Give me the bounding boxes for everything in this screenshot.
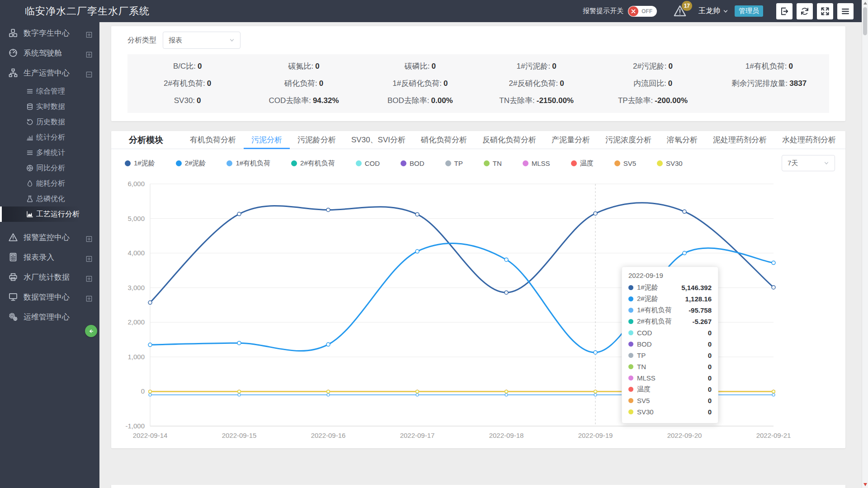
analysis-line-chart[interactable]: -1,00001,0002,0003,0004,0005,0006,000202… xyxy=(118,174,842,446)
legend-item[interactable]: SV30 xyxy=(657,160,683,167)
sidebar-item-label: 水厂统计数据 xyxy=(24,272,70,282)
legend-item[interactable]: COD xyxy=(356,160,380,167)
legend-dot-icon xyxy=(657,160,663,166)
module-tab[interactable]: 硝化负荷分析 xyxy=(413,131,475,149)
module-tab[interactable]: 溶氧分析 xyxy=(659,131,705,149)
expand-plus-icon[interactable] xyxy=(86,50,92,56)
stat-label: BOD去除率: xyxy=(387,96,429,105)
header-right: 报警提示开关 OFF 17 王龙帅 管理员 xyxy=(583,3,862,19)
sidebar-item-label: 数据管理中心 xyxy=(24,292,70,302)
legend-item[interactable]: MLSS xyxy=(523,160,550,167)
username: 王龙帅 xyxy=(698,6,720,16)
tooltip-series-name: 1#有机负荷 xyxy=(637,306,672,314)
sidebar-subitem[interactable]: 综合管理 xyxy=(0,84,99,99)
sidebar-item-label: 数字孪生中心 xyxy=(24,28,70,38)
tooltip-row: TN0 xyxy=(628,361,712,372)
module-tab[interactable]: 产泥量分析 xyxy=(544,131,598,149)
stat-label: 1#反硝化负荷: xyxy=(392,79,442,88)
module-tab[interactable]: 污泥龄分析 xyxy=(290,131,344,149)
legend-label: 1#有机负荷 xyxy=(236,159,270,168)
legend-item[interactable]: TN xyxy=(484,160,502,167)
sidebar-item[interactable]: 数据管理中心 xyxy=(0,287,99,307)
stat-item: 2#污泥龄:0 xyxy=(594,58,711,75)
expand-plus-icon[interactable] xyxy=(86,274,92,280)
svg-text:0: 0 xyxy=(141,387,145,395)
legend-item[interactable]: 2#有机负荷 xyxy=(291,159,335,168)
module-tab[interactable]: 泥处理药剂分析 xyxy=(705,131,774,149)
legend-dot-icon xyxy=(523,160,528,166)
scrollbar-thumb[interactable] xyxy=(863,7,867,35)
sidebar-item[interactable]: 数字孪生中心 xyxy=(0,23,99,43)
sidebar-subitem[interactable]: 历史数据 xyxy=(0,114,99,130)
svg-text:2022-09-14: 2022-09-14 xyxy=(133,432,168,439)
legend-item[interactable]: SV5 xyxy=(614,160,636,167)
refresh-button[interactable] xyxy=(797,3,813,19)
tooltip-dot-icon xyxy=(628,353,633,358)
sidebar-subitem[interactable]: 统计分析 xyxy=(0,130,99,145)
sidebar-item[interactable]: 运维管理中心 xyxy=(0,307,99,327)
sidebar-item[interactable]: 水厂统计数据 xyxy=(0,267,99,287)
next-card-edge xyxy=(111,485,845,488)
legend-item[interactable]: 1#泥龄 xyxy=(125,159,155,168)
tooltip-series-name: BOD xyxy=(637,340,652,348)
chart-area[interactable]: -1,00001,0002,0003,0004,0005,0006,000202… xyxy=(118,174,845,446)
module-tab[interactable]: SV30、SVI分析 xyxy=(344,131,413,149)
time-range-value: 7天 xyxy=(788,159,798,168)
svg-text:2,000: 2,000 xyxy=(127,318,145,326)
legend-item[interactable]: BOD xyxy=(401,160,425,167)
tooltip-series-value: -95.758 xyxy=(689,306,712,314)
time-range-select[interactable]: 7天 xyxy=(782,155,835,171)
stat-label: 1#污泥龄: xyxy=(517,62,551,70)
legend-dot-icon xyxy=(571,160,577,166)
expand-plus-icon[interactable] xyxy=(86,254,92,260)
stat-item: BOD去除率:0.00% xyxy=(362,92,478,109)
sidebar-subitem[interactable]: 能耗分析 xyxy=(0,176,99,191)
stat-item: 碳氮比:0 xyxy=(245,58,362,75)
page-scrollbar[interactable] xyxy=(862,0,868,488)
module-tab-active[interactable]: 污泥分析 xyxy=(244,131,290,149)
fullscreen-button[interactable] xyxy=(817,3,833,19)
logout-button[interactable] xyxy=(776,3,793,19)
legend-item[interactable]: TP xyxy=(445,160,463,167)
module-tab[interactable]: 反硝化负荷分析 xyxy=(475,131,544,149)
refresh-icon xyxy=(800,7,809,16)
alarm-notification[interactable]: 17 xyxy=(673,5,689,18)
sidebar-subitem-label: 工艺运行分析 xyxy=(36,210,80,219)
sidebar-collapse-button[interactable] xyxy=(85,325,97,337)
stat-value: 3837 xyxy=(789,79,807,88)
module-tab[interactable]: 污泥浓度分析 xyxy=(598,131,659,149)
sidebar-subitem[interactable]: 同比分析 xyxy=(0,160,99,176)
module-tab[interactable]: 水处理药剂分析 xyxy=(774,131,844,149)
alarm-toggle[interactable]: OFF xyxy=(628,6,657,17)
sidebar-item[interactable]: 报警监控中心 xyxy=(0,227,99,247)
expand-plus-icon[interactable] xyxy=(86,30,92,36)
sidebar-subitem-active[interactable]: 工艺运行分析 xyxy=(0,206,99,222)
hamburger-icon xyxy=(841,7,850,16)
legend-label: TP xyxy=(454,160,463,167)
sitemap-icon xyxy=(8,68,18,78)
analysis-type-select[interactable]: 报表 xyxy=(163,32,241,49)
sidebar-subitem[interactable]: 多维统计 xyxy=(0,145,99,160)
svg-text:2022-09-16: 2022-09-16 xyxy=(311,432,346,439)
sidebar-item-label: 运维管理中心 xyxy=(24,312,70,322)
scroll-up-arrow-icon[interactable] xyxy=(863,2,867,5)
legend-item[interactable]: 温度 xyxy=(571,159,594,168)
sidebar-subitem[interactable]: 实时数据 xyxy=(0,99,99,114)
expand-plus-icon[interactable] xyxy=(86,234,92,240)
user-menu[interactable]: 王龙帅 xyxy=(698,6,728,16)
scroll-down-arrow-icon[interactable] xyxy=(863,483,867,486)
sidebar-item[interactable]: 生产运营中心 xyxy=(0,63,99,83)
sidebar-item[interactable]: 报表录入 xyxy=(0,247,99,267)
sidebar-subitem[interactable]: 总磷优化 xyxy=(0,191,99,206)
stat-label: 碳磷比: xyxy=(405,62,430,70)
module-title: 分析模块 xyxy=(129,134,163,146)
menu-button[interactable] xyxy=(837,3,854,19)
legend-item[interactable]: 2#泥龄 xyxy=(176,159,206,168)
tooltip-row: SV300 xyxy=(628,406,712,418)
module-tab[interactable]: 有机负荷分析 xyxy=(182,131,244,149)
legend-item[interactable]: 1#有机负荷 xyxy=(226,159,270,168)
sidebar-item[interactable]: 系统驾驶舱 xyxy=(0,43,99,63)
expand-plus-icon[interactable] xyxy=(86,294,92,300)
collapse-minus-icon[interactable] xyxy=(86,70,92,76)
analysis-type-label: 分析类型 xyxy=(127,36,156,45)
